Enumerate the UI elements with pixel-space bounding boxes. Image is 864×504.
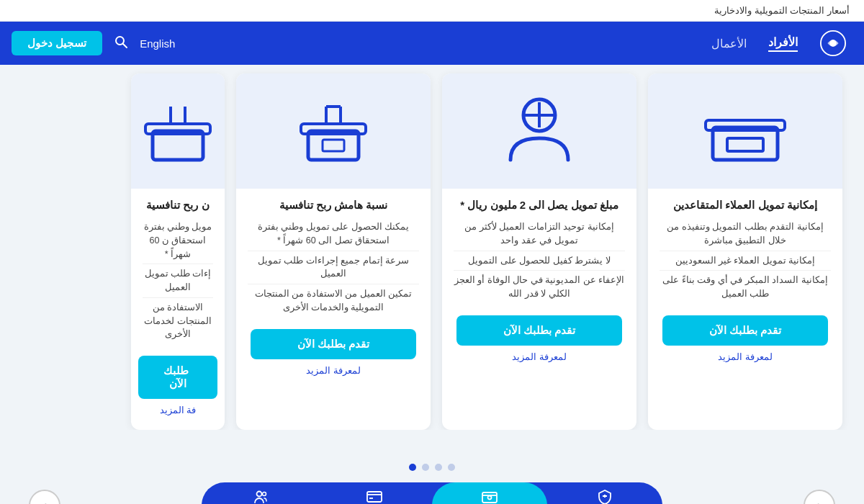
login-button[interactable]: تسجيل دخول [12,31,102,55]
bottom-area: › التأمين [0,454,864,504]
top-bar-text: أسعار المنتجات التمويلية والادخارية [714,5,850,16]
nav-link-business[interactable]: الأعمال [711,37,747,50]
svg-rect-22 [482,492,497,503]
top-bar: أسعار المنتجات التمويلية والادخارية [0,0,864,22]
card-4-title: ن ربح تنافسية [135,189,220,217]
svg-line-3 [123,43,127,48]
finance-icon [481,488,498,505]
cards-section: إمكانية تمويل العملاء المتقاعدين إمكانية… [0,65,864,454]
svg-point-23 [488,495,492,499]
bottom-navigation: التأمين التمويل [202,482,662,504]
card-1-title: إمكانية تمويل العملاء المتقاعدين [662,189,829,217]
card-3-title: نسبة هامش ربح تنافسية [268,189,400,217]
bank-logo [819,30,847,57]
card-1-features: إمكانية التقدم بطلب التمويل وتنفيذه من خ… [648,217,842,304]
feature-item: الإعفاء عن المديونية في حال الوفاة أو ال… [454,271,625,304]
cards-wrapper: إمكانية تمويل العملاء المتقاعدين إمكانية… [14,65,850,430]
bottom-nav-finance[interactable]: التمويل [432,482,547,504]
svg-rect-4 [713,127,778,160]
feature-item: يمكنك الحصول على تمويل وطني بفترة استحقا… [248,217,419,251]
language-toggle[interactable]: English [140,37,175,50]
card-1-apply-button[interactable]: تقدم بطلبك الآن [662,315,828,346]
card-4-image [131,73,225,189]
svg-point-29 [263,492,266,495]
card-3-apply-button[interactable]: تقدم بطلبك الآن [251,329,416,359]
carousel-dots [14,458,850,475]
card-2-apply-button[interactable]: تقدم بطلبك الآن [456,315,622,346]
feature-item: مويل وطني بفترة استحقاق ن 60 شهراً * [143,217,213,264]
feature-item: تمكين العميل من الاستفادة من المنتجات ال… [248,284,419,318]
card-1-image [648,73,842,189]
feature-item: لا يشترط كفيل للحصول على التمويل [454,251,625,271]
card-2-title: مبلغ تمويل يصل الى 2 مليون ريال * [449,189,629,217]
card-4: ن ربح تنافسية مويل وطني بفترة استحقاق ن … [131,73,225,430]
feature-item: إءات طلب تمويل العميل [143,264,213,298]
carousel-prev-button[interactable]: › [29,490,60,504]
next-arrow-icon: ‹ [817,498,822,505]
card-2-features: إمكانية توحيد التزامات العميل لأكثر من ت… [442,217,636,304]
card-3-more-link[interactable]: لمعرفة المزيد [306,365,361,376]
feature-item: إمكانية التقدم بطلب التمويل وتنفيذه من خ… [660,217,831,251]
feature-item: إمكانية توحيد التزامات العميل لأكثر من ت… [454,217,625,251]
search-icon[interactable] [114,35,128,53]
svg-rect-11 [323,140,344,151]
dot-2[interactable] [435,464,442,471]
navbar-links: الأفراد الأعمال [175,35,798,52]
bottom-nav-accounts[interactable]: الحسابات [202,482,317,504]
nav-link-individuals[interactable]: الأفراد [768,35,798,52]
card-2: مبلغ تمويل يصل الى 2 مليون ريال * إمكاني… [442,73,636,430]
card-1-more-link[interactable]: لمعرفة المزيد [718,351,773,362]
card-2-image [442,73,636,189]
card-3-image [236,73,431,189]
svg-point-1 [829,40,837,47]
card-3-features: يمكنك الحصول على تمويل وطني بفترة استحقا… [236,217,431,318]
insurance-icon [596,488,613,505]
feature-item: الاستفادة من المنتجات لخدمات الأخرى [143,298,213,344]
card-4-features: مويل وطني بفترة استحقاق ن 60 شهراً * إءا… [131,217,225,344]
feature-item: إمكانية السداد المبكر في أي وقت بناءً عل… [660,271,831,304]
bottom-nav-insurance[interactable]: التأمين [547,482,662,504]
prev-arrow-icon: › [42,498,47,505]
dot-4[interactable] [409,464,416,471]
card-4-apply-button[interactable]: طلبك الآن [138,356,218,399]
accounts-icon [251,488,268,505]
card-3: نسبة هامش ربح تنافسية يمكنك الحصول على ت… [236,73,431,430]
bottom-nav-cards[interactable]: البطاقات [317,482,432,504]
card-2-more-link[interactable]: لمعرفة المزيد [512,351,567,362]
feature-item: إمكانية تمويل العملاء غير السعوديين [660,251,831,271]
navbar-right: English تسجيل دخول [12,31,175,55]
svg-point-28 [257,491,262,496]
card-4-more-link[interactable]: فة المزيد [160,405,197,415]
svg-rect-25 [367,492,382,502]
dot-1[interactable] [448,464,455,471]
svg-rect-5 [727,138,763,151]
dot-3[interactable] [422,464,429,471]
card-1: إمكانية تمويل العملاء المتقاعدين إمكانية… [648,73,842,430]
bottom-nav-row: › التأمين [14,475,850,504]
navbar: الأفراد الأعمال English تسجيل دخول [0,22,864,65]
feature-item: سرعة إتمام جميع إجراءات طلب تمويل العميل [248,251,419,285]
cards-icon [366,488,383,505]
carousel-next-button[interactable]: ‹ [804,490,835,504]
